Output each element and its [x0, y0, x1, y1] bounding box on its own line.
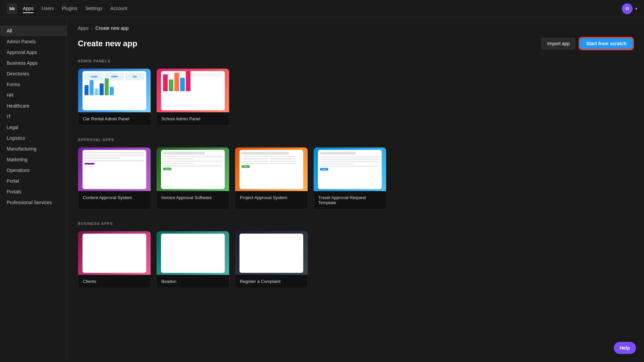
sidebar-item-operations[interactable]: Operations — [0, 165, 67, 176]
card-label-register-complaint: Register a Complaint — [235, 275, 308, 288]
card-preview-school-admin — [157, 69, 229, 112]
sidebar-item-forms[interactable]: Forms — [0, 79, 67, 90]
card-label-school-admin: School Admin Panel — [157, 112, 229, 125]
card-preview-project-approval: New — [235, 147, 308, 191]
card-school-admin[interactable]: School Admin Panel — [156, 68, 229, 126]
card-content-approval[interactable]: Content Approval System — [78, 147, 151, 209]
sidebar-item-all[interactable]: All — [0, 25, 67, 36]
card-preview-beadon — [157, 231, 229, 275]
sidebar-item-business-apps[interactable]: Business Apps — [0, 58, 67, 68]
cards-grid-business-apps: ClientsBeadonRegister a Complaint — [78, 231, 633, 288]
nav-links: AppsUsersPluginsSettingsAccount — [23, 4, 622, 13]
main-container: AllAdmin PanelsApproval AppsBusiness App… — [0, 17, 644, 362]
help-button[interactable]: Help — [614, 342, 636, 354]
card-beadon[interactable]: Beadon — [156, 231, 229, 288]
page-title: Create new app — [78, 39, 137, 48]
sidebar-item-manufacturing[interactable]: Manufacturing — [0, 143, 67, 154]
card-label-content-approval: Content Approval System — [78, 191, 151, 204]
sidebar-item-admin-panels[interactable]: Admin Panels — [0, 36, 67, 47]
card-project-approval[interactable]: NewProject Approval System — [235, 147, 308, 209]
import-app-button[interactable]: Import app — [541, 38, 575, 49]
nav-link-apps[interactable]: Apps — [23, 4, 34, 13]
card-label-clients: Clients — [78, 275, 151, 288]
title-actions: Import app Start from scratch — [541, 38, 633, 50]
sidebar-item-legal[interactable]: Legal — [0, 122, 67, 133]
card-label-beadon: Beadon — [157, 275, 229, 288]
section-title-approval-apps: APPROVAL APPS — [78, 138, 633, 142]
card-label-car-rental: Car Rental Admin Panel — [78, 112, 151, 125]
sidebar-item-healthcare[interactable]: Healthcare — [0, 101, 67, 111]
app-logo: bb — [7, 3, 17, 14]
sidebar-item-professional-services[interactable]: Professional Services — [0, 197, 67, 208]
card-invoice-approval[interactable]: NewInvoice Approval Software — [156, 147, 229, 209]
sidebar-item-logistics[interactable]: Logistics — [0, 133, 67, 143]
card-preview-clients — [78, 231, 151, 275]
nav-link-plugins[interactable]: Plugins — [62, 4, 77, 13]
sidebar-item-portals[interactable]: Portals — [0, 186, 67, 197]
user-avatar[interactable]: G — [622, 3, 633, 14]
card-clients[interactable]: Clients — [78, 231, 151, 288]
nav-right: G ▾ — [622, 3, 637, 14]
card-preview-content-approval — [78, 147, 151, 191]
section-title-business-apps: BUSINESS APPS — [78, 222, 633, 226]
sidebar-item-directories[interactable]: Directories — [0, 68, 67, 79]
start-from-scratch-button[interactable]: Start from scratch — [579, 38, 633, 50]
content-area: Apps › Create new app Create new app Imp… — [67, 17, 644, 362]
section-title-admin-panels: ADMIN PANELS — [78, 59, 633, 63]
avatar-chevron-icon[interactable]: ▾ — [635, 6, 637, 11]
sidebar-item-hr[interactable]: HR — [0, 90, 67, 101]
page-title-row: Create new app Import app Start from scr… — [78, 38, 633, 50]
nav-link-users[interactable]: Users — [42, 4, 54, 13]
card-label-travel-approval: Travel Approval Request Template — [314, 191, 386, 209]
card-preview-travel-approval: New — [314, 147, 386, 191]
nav-link-settings[interactable]: Settings — [85, 4, 102, 13]
breadcrumb-apps-link[interactable]: Apps — [78, 25, 89, 31]
breadcrumb: Apps › Create new app — [78, 25, 633, 31]
sidebar-item-approval-apps[interactable]: Approval Apps — [0, 47, 67, 58]
cards-grid-admin-panels: 2184045965349Car Rental Admin PanelSchoo… — [78, 68, 633, 126]
breadcrumb-separator: › — [91, 25, 93, 31]
section-approval-apps: APPROVAL APPSContent Approval SystemNewI… — [78, 138, 633, 209]
sections-container: ADMIN PANELS2184045965349Car Rental Admi… — [78, 59, 633, 288]
card-preview-invoice-approval: New — [157, 147, 229, 191]
sidebar-item-portal[interactable]: Portal — [0, 176, 67, 186]
top-nav: bb AppsUsersPluginsSettingsAccount G ▾ — [0, 0, 644, 17]
card-travel-approval[interactable]: NewTravel Approval Request Template — [313, 147, 386, 209]
section-business-apps: BUSINESS APPSClientsBeadonRegister a Com… — [78, 222, 633, 288]
card-register-complaint[interactable]: Register a Complaint — [235, 231, 308, 288]
sidebar: AllAdmin PanelsApproval AppsBusiness App… — [0, 17, 67, 362]
card-label-project-approval: Project Approval System — [235, 191, 308, 204]
nav-link-account[interactable]: Account — [110, 4, 127, 13]
section-admin-panels: ADMIN PANELS2184045965349Car Rental Admi… — [78, 59, 633, 126]
card-car-rental[interactable]: 2184045965349Car Rental Admin Panel — [78, 68, 151, 126]
sidebar-item-marketing[interactable]: Marketing — [0, 154, 67, 165]
cards-grid-approval-apps: Content Approval SystemNewInvoice Approv… — [78, 147, 633, 209]
card-label-invoice-approval: Invoice Approval Software — [157, 191, 229, 204]
breadcrumb-current: Create new app — [96, 25, 129, 31]
card-preview-register-complaint — [235, 231, 308, 275]
sidebar-item-it[interactable]: IT — [0, 111, 67, 122]
card-preview-car-rental: 2184045965349 — [78, 69, 151, 112]
